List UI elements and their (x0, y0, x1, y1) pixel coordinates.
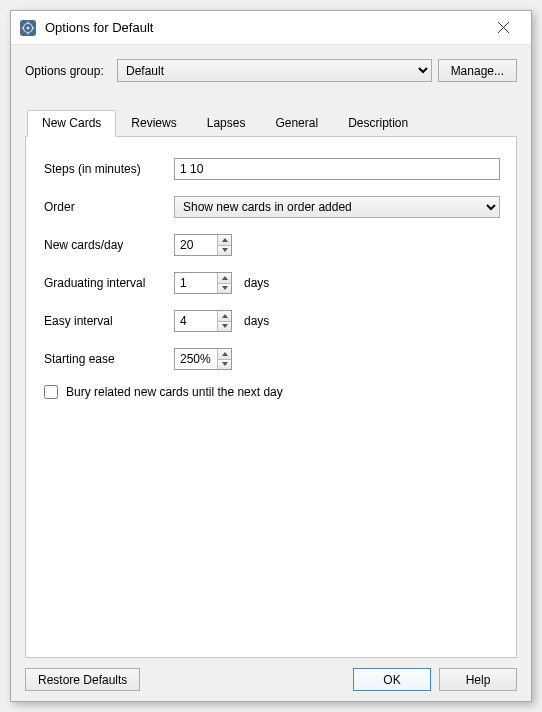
svg-marker-6 (222, 248, 228, 252)
window-title: Options for Default (45, 20, 475, 35)
bury-label: Bury related new cards until the next da… (66, 385, 283, 399)
svg-marker-8 (222, 286, 228, 290)
days-unit: days (244, 276, 269, 290)
spinner-up-icon[interactable] (217, 235, 231, 246)
options-group-label: Options group: (25, 64, 111, 78)
tab-reviews[interactable]: Reviews (116, 110, 191, 137)
new-per-day-label: New cards/day (44, 238, 174, 252)
svg-marker-10 (222, 324, 228, 328)
ok-button[interactable]: OK (353, 668, 431, 691)
steps-input[interactable] (174, 158, 500, 180)
manage-button[interactable]: Manage... (438, 59, 517, 82)
app-icon (19, 19, 37, 37)
tab-pane-new-cards: Steps (in minutes) Order Show new cards … (25, 136, 517, 658)
spinner-up-icon[interactable] (217, 273, 231, 284)
tab-lapses[interactable]: Lapses (192, 110, 261, 137)
spinner-up-icon[interactable] (217, 349, 231, 360)
graduating-interval-spinner[interactable] (174, 272, 232, 294)
options-group-select[interactable]: Default (117, 59, 432, 82)
easy-interval-row: Easy interval days (44, 309, 500, 333)
easy-interval-spinner[interactable] (174, 310, 232, 332)
svg-marker-7 (222, 276, 228, 280)
svg-marker-12 (222, 362, 228, 366)
order-row: Order Show new cards in order added (44, 195, 500, 219)
order-label: Order (44, 200, 174, 214)
new-per-day-row: New cards/day (44, 233, 500, 257)
dialog-footer: Restore Defaults OK Help (25, 658, 517, 691)
spinner-down-icon[interactable] (217, 284, 231, 294)
order-select[interactable]: Show new cards in order added (174, 196, 500, 218)
spinner-up-icon[interactable] (217, 311, 231, 322)
help-button[interactable]: Help (439, 668, 517, 691)
svg-marker-9 (222, 314, 228, 318)
new-per-day-spinner[interactable] (174, 234, 232, 256)
days-unit: days (244, 314, 269, 328)
close-button[interactable] (483, 11, 523, 44)
starting-ease-spinner[interactable] (174, 348, 232, 370)
bury-row: Bury related new cards until the next da… (44, 385, 500, 399)
starting-ease-label: Starting ease (44, 352, 174, 366)
starting-ease-row: Starting ease (44, 347, 500, 371)
graduating-interval-label: Graduating interval (44, 276, 174, 290)
tab-new-cards[interactable]: New Cards (27, 110, 116, 137)
easy-interval-label: Easy interval (44, 314, 174, 328)
options-dialog: Options for Default Options group: Defau… (10, 10, 532, 702)
spinner-down-icon[interactable] (217, 360, 231, 370)
dialog-body: Options group: Default Manage... New Car… (11, 45, 531, 701)
svg-marker-11 (222, 352, 228, 356)
options-group-row: Options group: Default Manage... (25, 59, 517, 82)
spinner-down-icon[interactable] (217, 322, 231, 332)
spinner-down-icon[interactable] (217, 246, 231, 256)
tab-strip: New Cards Reviews Lapses General Descrip… (25, 110, 517, 137)
steps-label: Steps (in minutes) (44, 162, 174, 176)
graduating-interval-row: Graduating interval days (44, 271, 500, 295)
titlebar: Options for Default (11, 11, 531, 45)
tabs: New Cards Reviews Lapses General Descrip… (25, 110, 517, 658)
bury-checkbox[interactable] (44, 385, 58, 399)
steps-row: Steps (in minutes) (44, 157, 500, 181)
svg-marker-5 (222, 238, 228, 242)
restore-defaults-button[interactable]: Restore Defaults (25, 668, 140, 691)
tab-description[interactable]: Description (333, 110, 423, 137)
svg-point-2 (27, 26, 30, 29)
tab-general[interactable]: General (260, 110, 333, 137)
